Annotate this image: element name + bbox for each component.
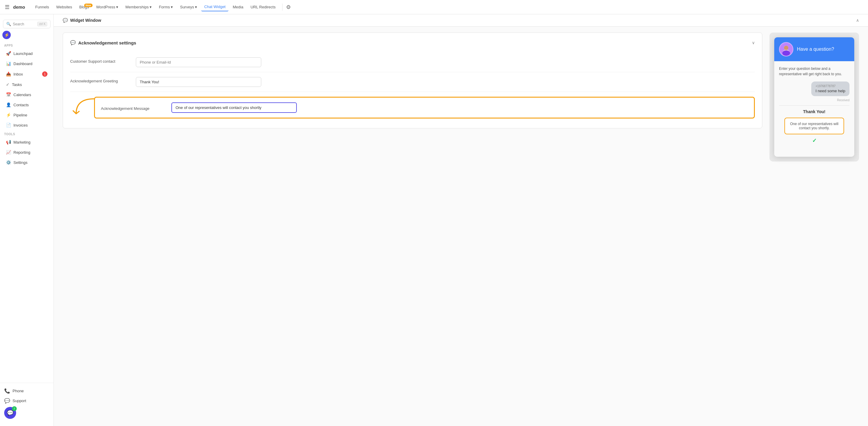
sidebar-item-label: Launchpad xyxy=(13,51,33,56)
brand-logo: demo xyxy=(13,4,25,9)
arrow-annotation xyxy=(70,96,97,120)
calendars-icon: 📅 xyxy=(6,92,11,97)
nav-chat-widget[interactable]: Chat Widget xyxy=(201,3,229,11)
ack-greeting-row: Acknowledgement Greeting xyxy=(70,72,755,92)
chat-ack-box: One of our representatives will contact … xyxy=(784,118,844,134)
chat-header-title: Have a question? xyxy=(797,46,834,52)
chat-message-bubble: +19768778787 I need some help xyxy=(811,81,849,96)
sidebar-item-reporting[interactable]: 📈 Reporting xyxy=(2,148,52,157)
reporting-icon: 📈 xyxy=(6,150,11,155)
ack-content-area: 💬 Acknowledgement settings ∨ Customer Su… xyxy=(54,27,868,167)
tools-section-label: Tools xyxy=(0,130,54,137)
sidebar: 🔍 Search ctrl K ⚡ Apps 🚀 Launchpad 📊 Das… xyxy=(0,14,54,426)
chat-preview-panel: Have a question? Enter your question bel… xyxy=(770,33,859,162)
notifications-badge: 7 xyxy=(12,406,17,411)
chat-widget-icon: 💬 xyxy=(63,18,68,23)
launchpad-icon: 🚀 xyxy=(6,51,11,56)
chat-thankyou-label: Thank You! xyxy=(779,109,849,114)
chat-checkmark-icon: ✓ xyxy=(779,137,849,144)
chat-received-label: Received xyxy=(779,99,849,102)
sidebar-item-label: Calendars xyxy=(13,93,31,97)
ack-message-label: Acknowledgement Message xyxy=(101,104,166,111)
chat-intro-text: Enter your question below and a represen… xyxy=(779,66,849,77)
search-bar[interactable]: 🔍 Search ctrl K xyxy=(3,20,51,28)
sidebar-item-label: Reporting xyxy=(13,150,30,155)
ack-greeting-input-wrapper xyxy=(136,77,261,87)
chat-message-text: I need some help xyxy=(815,89,845,93)
blogs-badge: New xyxy=(84,4,93,7)
sidebar-item-support[interactable]: 💬 Support xyxy=(0,396,54,406)
sidebar-item-phone[interactable]: 📞 Phone xyxy=(0,386,54,396)
chat-divider xyxy=(779,105,849,106)
sidebar-item-label: Phone xyxy=(12,389,24,393)
nav-websites[interactable]: Websites xyxy=(53,3,75,11)
ack-message-row-wrapper: Acknowledgement Message xyxy=(70,94,755,121)
search-label: Search xyxy=(13,22,24,26)
dashboard-icon: 📊 xyxy=(6,61,11,66)
inbox-badge: 1 xyxy=(42,71,48,77)
search-icon: 🔍 xyxy=(6,22,11,26)
nav-funnels[interactable]: Funnels xyxy=(32,3,52,11)
chat-bubble-button[interactable]: 💬 7 xyxy=(4,407,16,419)
apps-section-label: Apps xyxy=(0,41,54,48)
sidebar-item-calendars[interactable]: 📅 Calendars xyxy=(2,90,52,99)
ack-message-input[interactable] xyxy=(172,102,297,113)
sidebar-item-inbox[interactable]: 📥 Inbox 1 xyxy=(2,69,52,79)
sidebar-item-pipeline[interactable]: ⚡ Pipeline xyxy=(2,110,52,120)
nav-memberships[interactable]: Memberships ▾ xyxy=(122,3,155,11)
search-kbd: ctrl K xyxy=(37,22,47,26)
chat-ack-message: One of our representatives will contact … xyxy=(790,122,838,130)
sidebar-item-contacts[interactable]: 👤 Contacts xyxy=(2,100,52,109)
settings-icon: ⚙️ xyxy=(6,160,11,165)
phone-icon: 📞 xyxy=(4,388,10,394)
sidebar-item-invoices[interactable]: 📄 Invoices xyxy=(2,120,52,130)
sidebar-item-label: Tasks xyxy=(12,83,22,87)
top-navigation: ☰ demo Funnels Websites Blogs New WordPr… xyxy=(0,0,868,14)
avatar-image xyxy=(780,42,793,57)
settings-gear-icon[interactable]: ⚙ xyxy=(286,4,291,10)
nav-url-redirects[interactable]: URL Redirects xyxy=(248,3,279,11)
sidebar-item-label: Dashboard xyxy=(13,62,33,66)
sidebar-item-label: Support xyxy=(12,398,26,403)
sidebar-item-tasks[interactable]: ✓ Tasks xyxy=(2,80,52,89)
ack-chevron[interactable]: ∨ xyxy=(752,40,755,45)
chat-header: Have a question? xyxy=(774,37,854,61)
nav-wordpress[interactable]: WordPress ▾ xyxy=(93,3,121,11)
nav-forms[interactable]: Forms ▾ xyxy=(156,3,176,11)
hamburger-menu[interactable]: ☰ xyxy=(5,4,9,10)
ack-message-input-wrapper xyxy=(172,102,297,113)
ack-icon: 💬 xyxy=(70,40,76,45)
nav-surveys[interactable]: Surveys ▾ xyxy=(177,3,200,11)
customer-support-label: Customer Support contact xyxy=(70,57,136,64)
ack-form-panel: 💬 Acknowledgement settings ∨ Customer Su… xyxy=(63,33,762,128)
marketing-icon: 📢 xyxy=(6,140,11,144)
sidebar-item-label: Marketing xyxy=(13,140,30,144)
tasks-icon: ✓ xyxy=(6,82,9,87)
sidebar-item-label: Contacts xyxy=(13,103,29,107)
invoices-icon: 📄 xyxy=(6,123,11,128)
sidebar-item-settings[interactable]: ⚙️ Settings xyxy=(2,158,52,167)
widget-window-title: 💬 Widget Window xyxy=(63,18,101,23)
sidebar-item-label: Pipeline xyxy=(13,113,27,117)
nav-media[interactable]: Media xyxy=(229,3,246,11)
ack-greeting-input[interactable] xyxy=(136,77,261,87)
chat-body: Enter your question below and a represen… xyxy=(774,61,854,157)
lightning-icon[interactable]: ⚡ xyxy=(2,31,11,39)
ack-greeting-label: Acknowledgement Greeting xyxy=(70,77,136,83)
customer-support-row: Customer Support contact xyxy=(70,53,755,72)
ack-section-title: 💬 Acknowledgement settings xyxy=(70,40,136,45)
sidebar-item-label: Inbox xyxy=(13,72,23,76)
nav-blogs[interactable]: Blogs New xyxy=(76,3,92,11)
sidebar-item-dashboard[interactable]: 📊 Dashboard xyxy=(2,59,52,68)
sidebar-item-launchpad[interactable]: 🚀 Launchpad xyxy=(2,48,52,58)
sidebar-item-label: Settings xyxy=(13,160,28,165)
customer-support-input[interactable] xyxy=(136,57,261,67)
ack-section-header: 💬 Acknowledgement settings ∨ xyxy=(70,40,755,45)
sidebar-item-marketing[interactable]: 📢 Marketing xyxy=(2,137,52,147)
nav-divider xyxy=(282,4,282,11)
chat-avatar xyxy=(779,42,793,57)
contacts-icon: 👤 xyxy=(6,102,11,107)
main-content: 💬 Widget Window ∧ 💬 Acknowledgement sett… xyxy=(54,14,868,426)
chat-message-phone: +19768778787 xyxy=(815,85,845,88)
widget-window-section[interactable]: 💬 Widget Window ∧ xyxy=(54,14,868,27)
